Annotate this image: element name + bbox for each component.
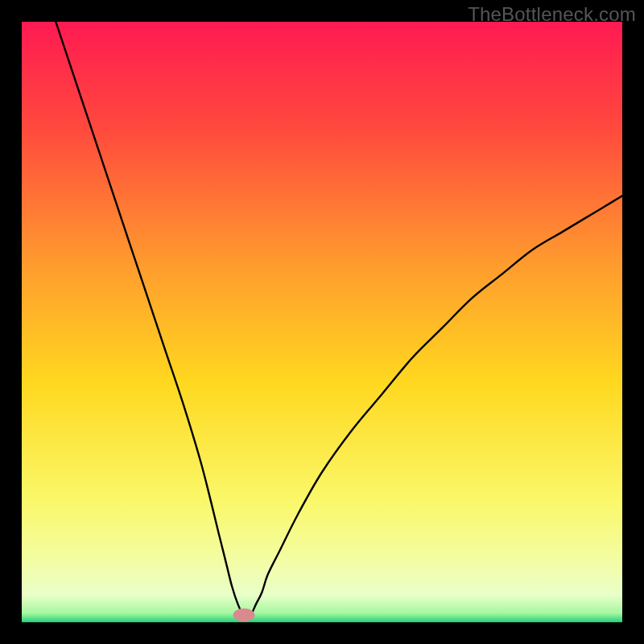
- bottleneck-chart: [22, 22, 622, 622]
- minimum-marker: [233, 609, 255, 621]
- gradient-background: [22, 22, 622, 622]
- plot-area: [22, 22, 622, 622]
- watermark-text: TheBottleneck.com: [468, 3, 636, 26]
- chart-frame: TheBottleneck.com: [0, 0, 644, 644]
